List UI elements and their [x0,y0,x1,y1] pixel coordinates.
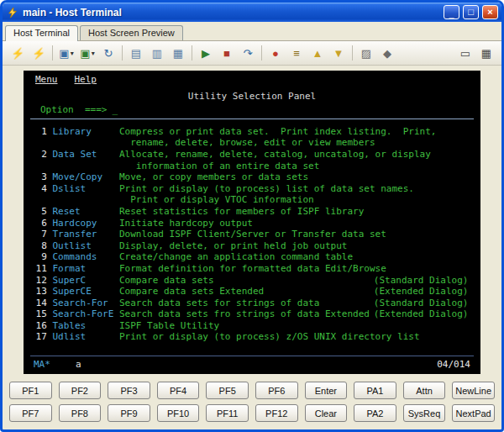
receive-file-icon[interactable]: ▼ [328,43,349,63]
terminal-action-bar: Menu Help [30,72,474,89]
toolbar: ⚡⚡▣▾▣▾↻▤▥▦▶■↷●≡▲▼▨◆▭▦ [3,41,501,66]
tab-host-terminal[interactable]: Host Terminal [5,25,78,41]
keypad-pf9-button[interactable]: PF9 [108,404,150,422]
option-description-continued: Print or display VTOC information [119,194,474,206]
keypad-pf3-button[interactable]: PF3 [108,382,150,399]
option-name[interactable]: SuperC [52,275,118,287]
option-name[interactable]: Tables [52,320,118,332]
play-macro-icon[interactable]: ▶ [196,43,216,63]
stop-macro-icon[interactable]: ■ [217,43,237,63]
keypad-pf12-button[interactable]: PF12 [255,404,298,422]
macro-list-icon[interactable]: ≡ [286,43,307,63]
screen-capture-icon-glyph: ▣ [80,48,90,59]
keyboard-icon[interactable]: ▭ [455,43,475,63]
option-name[interactable]: Reset [52,206,118,218]
oia-connection-status: MA* [34,359,50,371]
keypad-attn-button[interactable]: Attn [403,382,446,399]
keypad-pa2-button[interactable]: PA2 [354,404,396,422]
option-number: 3 [30,171,47,183]
option-number: 9 [30,251,47,263]
keypad-pf10-button[interactable]: PF10 [157,404,200,422]
menu-item-help[interactable]: Help [75,74,97,86]
option-description: Create/change an application command tab… [119,251,474,263]
paste-next-icon-glyph: ▦ [173,48,183,59]
toolbar-separator [352,45,353,61]
close-button[interactable]: × [482,5,498,19]
option-description: Print or display (to process) list of da… [119,183,474,195]
keypad-pf6-button[interactable]: PF6 [255,382,298,399]
keypad-pf4-button[interactable]: PF4 [157,382,200,399]
maximize-button[interactable]: □ [463,5,479,19]
keypad-pf5-button[interactable]: PF5 [206,382,249,399]
option-name[interactable]: Move/Copy [52,171,118,183]
keypad-enter-button[interactable]: Enter [305,382,348,399]
option-name[interactable]: Search-For [52,298,118,309]
option-dialog-note: (Extended Dialog) [374,286,474,298]
option-name[interactable]: Dslist [52,183,118,195]
disconnect-icon[interactable]: ⚡ [29,43,49,63]
minimize-button[interactable]: _ [444,5,459,19]
option-number: 16 [30,320,47,332]
keypad-pf1-button[interactable]: PF1 [9,382,52,399]
keypad-pf7-button[interactable]: PF7 [9,404,52,422]
app-lightning-icon [6,6,19,19]
oia-cursor-position: 04/014 [437,359,470,371]
option-name[interactable]: Transfer [52,229,118,240]
play-macro-icon-glyph: ▶ [202,48,210,59]
keypad-sysreq-button[interactable]: SysReq [403,404,446,422]
option-row-continuation: information of an entire data set [30,161,474,172]
popup-keypad-icon-glyph: ▦ [481,48,491,59]
keyboard-icon-glyph: ▭ [460,48,470,59]
option-row: 1LibraryCompress or print data set. Prin… [30,126,474,138]
keypad-pa1-button[interactable]: PA1 [354,382,396,399]
option-number: 1 [30,126,47,138]
connect-icon[interactable]: ⚡ [8,43,28,63]
terminal-options: 1LibraryCompress or print data set. Prin… [30,126,474,343]
option-name[interactable]: Outlist [52,240,118,252]
refresh-screen-icon[interactable]: ↻ [98,43,118,63]
option-row-continuation: Print or display VTOC information [30,194,474,206]
terminal-screen[interactable]: Menu Help Utility Selection Panel Option… [24,71,480,374]
screen-capture-icon[interactable]: ▣▾ [77,43,97,63]
option-row: 17UdlistPrint or display (to process) z/… [30,331,474,343]
menu-item-menu[interactable]: Menu [35,74,58,86]
option-name[interactable]: Library [52,126,118,138]
keypad-pf2-button[interactable]: PF2 [59,382,102,399]
keypad-pf11-button[interactable]: PF11 [206,404,249,422]
print-screen-icon[interactable]: ▨ [356,43,376,63]
option-name[interactable]: Udlist [52,331,118,343]
option-name[interactable]: SuperCE [52,286,118,298]
oia-session-id: a [76,359,81,371]
step-macro-icon[interactable]: ↷ [238,43,258,63]
keypad-pf8-button[interactable]: PF8 [59,404,102,422]
tab-bar: Host Terminal Host Screen Preview [3,22,501,41]
keypad-clear-button[interactable]: Clear [305,404,348,422]
option-row: 2Data SetAllocate, rename, delete, catal… [30,149,474,161]
option-name[interactable]: Commands [52,251,118,263]
option-name[interactable]: Data Set [52,149,118,161]
settings-icon[interactable]: ◆ [377,43,397,63]
option-name[interactable]: Format [52,263,118,275]
keypad-nextpad-button[interactable]: NextPad [452,404,495,422]
tab-host-screen-preview[interactable]: Host Screen Preview [80,25,183,40]
record-macro-icon[interactable]: ● [265,43,286,63]
title-bar[interactable]: main - Host Terminal _ □ × [3,3,501,22]
option-name[interactable]: Search-ForE [52,308,118,320]
toolbar-separator [192,45,192,61]
paste-icon[interactable]: ▥ [147,43,167,63]
option-description: Compare data sets [119,275,374,287]
option-row: 4DslistPrint or display (to process) lis… [30,183,474,195]
window-title: main - Host Terminal [23,7,440,18]
paste-next-icon[interactable]: ▦ [168,43,188,63]
copy-icon[interactable]: ▤ [126,43,146,63]
option-description: Allocate, rename, delete, catalog, uncat… [119,149,474,161]
option-number: 5 [30,206,47,218]
option-input-field[interactable]: _ [112,104,118,116]
screen-history-icon[interactable]: ▣▾ [56,43,76,63]
keypad-newline-button[interactable]: NewLine [452,382,495,399]
option-description: Reset statistics for members of ISPF lib… [119,206,474,218]
send-file-icon-glyph: ▲ [312,48,323,59]
popup-keypad-icon[interactable]: ▦ [476,43,496,63]
option-name[interactable]: Hardcopy [52,218,118,229]
send-file-icon[interactable]: ▲ [307,43,328,63]
